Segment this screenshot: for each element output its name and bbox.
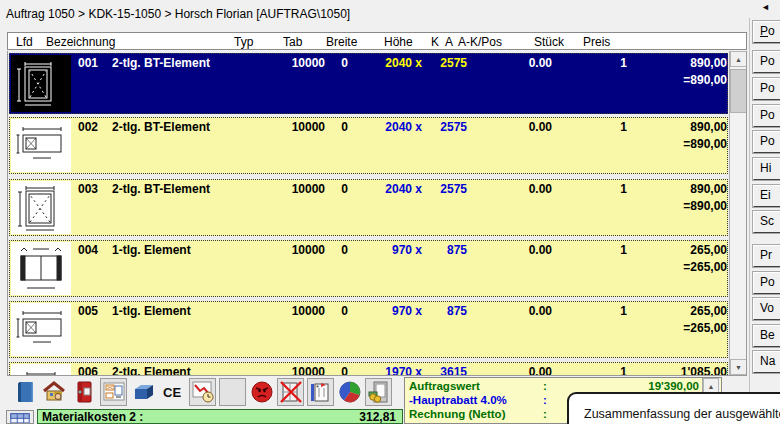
window-markers-icon-button[interactable]: * [307,378,334,406]
cell-typ: 10000 [248,182,325,196]
blue-book-icon [14,380,38,404]
cell-bezeichnung: 2-tlg. BT-Element [112,120,210,134]
cell-bezeichnung: 2-tlg. Element [112,365,191,376]
column-header-typ: Typ [234,35,253,49]
side-button-g1-5-ei[interactable]: Ei [753,185,780,207]
blue-profile-stack-icon-button[interactable] [130,378,157,406]
panel-divider [749,18,750,424]
cell-stueck: 1 [588,243,627,257]
angry-face-icon-button[interactable] [248,378,275,406]
side-button-g2-4-na[interactable]: Na [753,351,780,373]
house-builder-icon-button[interactable] [40,378,67,406]
column-header-a-k-pos: A-K/Pos [458,35,502,49]
side-button-g1-6-sc[interactable]: Sc [753,211,780,233]
cell-hoehe: 2575 [424,56,467,70]
summary-tooltip-text: Zusammenfassung der ausgewählten [584,407,780,421]
cell-breite: 2040 x [358,120,422,134]
cell-tab: 0 [332,365,348,376]
cell-pos: 003 [78,182,108,196]
column-header-a: A [445,35,453,49]
drawing-document-icon [102,380,126,404]
red-binder-icon [72,380,96,404]
summary-row-1: -Hauptrabatt 4.0%:775,60 [409,394,507,406]
cell-ak_pos: 0.00 [488,304,552,318]
cell-hoehe: 2575 [424,120,467,134]
element-row-004[interactable]: 0041-tlg. Element100000970 x8750.001265,… [9,240,728,297]
cell-typ: 10000 [248,120,325,134]
cell-preis: 890,00 [638,120,727,134]
column-header-breite: Breite [326,35,357,49]
collapse-arrow-icon[interactable]: ◄ [761,2,770,12]
globe-pie-icon-button[interactable] [336,378,363,406]
element-row-005[interactable]: 0051-tlg. Element100000970 x8750.001265,… [9,301,728,358]
app-window: Auftrag 1050 > KDK-15-1050 > Horsch Flor… [0,0,780,424]
cell-breite: 970 x [358,304,422,318]
cell-bezeichnung: 2-tlg. BT-Element [112,56,210,70]
summary-separator: : [543,408,547,420]
panel-partial-thumb [11,364,71,376]
side-button-g2-3-be[interactable]: Be [753,325,780,347]
material-table-button[interactable] [6,410,34,424]
red-binder-icon-button[interactable] [70,378,97,406]
chart-clock-icon-button[interactable] [189,378,216,406]
cell-tab: 0 [332,182,348,196]
summary-tooltip: Zusammenfassung der ausgewählten [567,392,780,424]
money-clipboard-icon-button[interactable] [365,378,392,406]
material-costs-bar: Materialkosten 2 : 312,81 [37,409,403,424]
side-button-g2-2-vo[interactable]: Vo [753,298,780,320]
cell-stueck: 1 [588,56,627,70]
chart-clock-icon [191,380,215,404]
crossed-window-icon [279,380,303,404]
element-row-003[interactable]: 0032-tlg. BT-Element1000002040 x25750.00… [9,179,728,236]
side-button-g1-4-hi[interactable]: Hi [753,158,780,180]
cell-hoehe: 3615 [424,365,467,376]
cell-ak_pos: 0.00 [488,365,552,376]
cell-pos: 004 [78,243,108,257]
cell-preis: 1'085,00 [638,365,727,376]
column-header-lfd: Lfd [16,35,33,49]
element-row-001[interactable]: 0012-tlg. BT-Element1000002040 x25750.00… [9,53,728,114]
ce-mark-icon-button[interactable]: CE [159,378,186,406]
list-scrollbar[interactable]: ▲ ▼ [729,51,747,375]
side-button-g2-1-po[interactable]: Po [753,272,780,294]
cell-stueck: 1 [588,365,627,376]
scroll-down-icon[interactable]: ▼ [730,359,747,375]
element-row-002[interactable]: 0022-tlg. BT-Element1000002040 x25750.00… [9,117,728,174]
side-button-g2-0-pr[interactable]: Pr [753,245,780,267]
door-portrait-thumb [11,55,71,112]
cell-preis: 890,00 [638,182,727,196]
element-list: 0012-tlg. BT-Element1000002040 x25750.00… [7,51,747,376]
cell-breite: 2040 x [358,56,422,70]
summary-value: 19'390,00 [567,380,699,392]
panel-landscape-thumb [11,119,71,172]
summary-label: -Hauptrabatt 4.0% [409,394,507,406]
blank-slot [221,380,245,404]
cell-summe: =890,00 [638,137,727,151]
side-button-g1-3-po[interactable]: Po [753,131,780,153]
crossed-window-icon-button[interactable] [277,378,304,406]
side-button-g1-0-po[interactable]: Po [753,51,780,73]
element-row-006[interactable]: 0062-tlg. Element1000001970 x36150.0011'… [9,362,728,376]
side-button-g1-1-po[interactable]: Po [753,78,780,100]
svg-text:CE: CE [163,385,181,400]
column-header-bezeichnung: Bezeichnung [46,35,115,49]
cell-preis: 890,00 [638,56,727,70]
cell-summe: =265,00 [638,321,727,335]
scroll-up-icon[interactable]: ▲ [730,51,747,67]
drawing-document-icon-button[interactable] [100,378,127,406]
cell-summe: =890,00 [638,199,727,213]
side-button-0-po[interactable]: Po [753,21,780,43]
ce-mark-icon: CE [161,380,185,404]
cell-tab: 0 [332,120,348,134]
cell-hoehe: 2575 [424,182,467,196]
scroll-thumb[interactable] [730,69,747,113]
summary-separator: : [543,394,547,406]
blank-slot-button[interactable] [219,378,246,406]
breadcrumb: Auftrag 1050 > KDK-15-1050 > Horsch Flor… [6,7,350,21]
cell-breite: 1970 x [358,365,422,376]
cell-ak_pos: 0.00 [488,56,552,70]
side-button-g1-2-po[interactable]: Po [753,105,780,127]
blue-profile-stack-icon [132,380,156,404]
material-costs-label: Materialkosten 2 : [42,410,143,424]
blue-book-icon-button[interactable] [12,378,39,406]
